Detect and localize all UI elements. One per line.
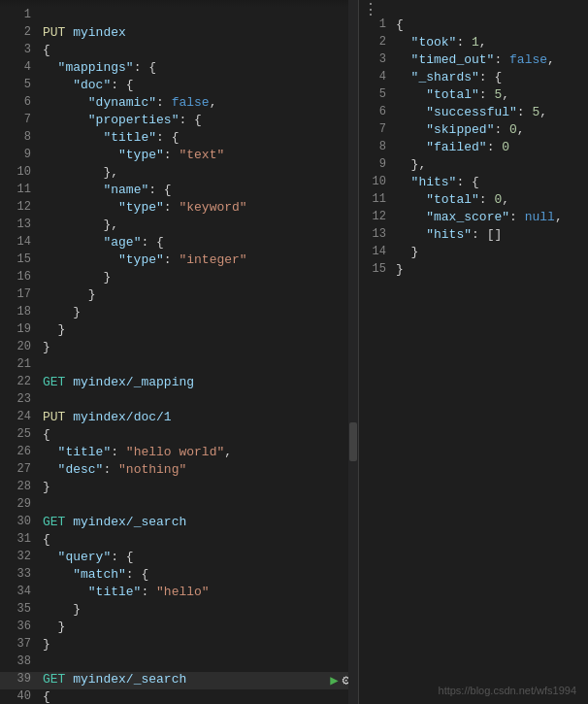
- right-line-content: },: [396, 157, 580, 172]
- right-line-number: 13: [363, 227, 386, 241]
- right-line-content: "took": 1,: [396, 35, 580, 50]
- left-line-20: 20}: [0, 340, 358, 357]
- left-line-10: 10 },: [0, 165, 358, 183]
- right-line-number: 5: [363, 87, 386, 101]
- left-line-24: 24PUT myindex/doc/1: [0, 410, 358, 427]
- line-content: "title": "hello world",: [43, 445, 350, 459]
- right-line-number: 4: [363, 70, 386, 84]
- line-number: 6: [4, 95, 31, 109]
- left-line-32: 32 "query": {: [0, 550, 358, 567]
- line-number: 4: [4, 60, 31, 74]
- line-number: 12: [4, 200, 31, 214]
- left-line-6: 6 "dynamic": false,: [0, 95, 358, 113]
- line-number: 3: [4, 43, 31, 56]
- line-actions[interactable]: ▶⚙: [330, 672, 350, 688]
- right-line-content: "total": 5,: [396, 87, 580, 102]
- line-content: "type": "keyword": [43, 200, 350, 215]
- right-line-content: "max_score": null,: [396, 210, 580, 224]
- left-line-11: 11 "name": {: [0, 183, 358, 200]
- line-number: 38: [4, 654, 31, 668]
- right-line-number: 6: [363, 105, 386, 118]
- line-content: "desc": "nothing": [43, 462, 350, 477]
- left-line-14: 14 "age": {: [0, 235, 358, 252]
- right-line-number: 8: [363, 140, 386, 153]
- right-line-1: 1{: [359, 17, 588, 35]
- left-line-2: 2PUT myindex: [0, 25, 358, 43]
- right-line-4: 4 "_shards": {: [359, 70, 588, 87]
- right-line-9: 9 },: [359, 157, 588, 175]
- line-content: "dynamic": false,: [43, 95, 350, 110]
- right-line-8: 8 "failed": 0: [359, 140, 588, 157]
- line-content: GET myindex/_mapping: [43, 375, 350, 389]
- right-line-content: "skipped": 0,: [396, 122, 580, 137]
- line-number: 10: [4, 165, 31, 179]
- left-scrollbar[interactable]: [348, 0, 358, 704]
- line-number: 18: [4, 305, 31, 318]
- right-line-number: 12: [363, 210, 386, 223]
- left-line-37: 37}: [0, 637, 358, 654]
- line-content: },: [43, 218, 350, 232]
- left-code-area: 12PUT myindex3{4 "mappings": {5 "doc": {…: [0, 8, 358, 704]
- line-number: 23: [4, 392, 31, 406]
- left-line-17: 17 }: [0, 287, 358, 305]
- line-number: 26: [4, 445, 31, 458]
- line-content: GET myindex/_search: [43, 515, 350, 529]
- left-line-13: 13 },: [0, 218, 358, 235]
- left-line-30: 30GET myindex/_search: [0, 515, 358, 532]
- line-number: 35: [4, 602, 31, 616]
- line-content: }: [43, 270, 350, 285]
- left-line-35: 35 }: [0, 602, 358, 620]
- line-number: 5: [4, 78, 31, 91]
- line-content: "type": "text": [43, 148, 350, 162]
- left-line-26: 26 "title": "hello world",: [0, 445, 358, 462]
- line-content: }: [43, 287, 350, 302]
- line-content: "title": "hello": [43, 585, 350, 599]
- line-content: }: [43, 637, 350, 652]
- left-line-23: 23: [0, 392, 358, 410]
- run-button[interactable]: ▶: [330, 672, 338, 688]
- right-line-content: "failed": 0: [396, 140, 580, 154]
- right-line-number: 14: [363, 245, 386, 258]
- vertical-dots: ⋮: [359, 0, 588, 17]
- right-line-content: "timed_out": false,: [396, 52, 580, 67]
- line-content: "doc": {: [43, 78, 350, 92]
- right-panel: ⋮ ⋮1{2 "took": 1,3 "timed_out": false,4 …: [359, 0, 588, 704]
- left-line-19: 19 }: [0, 322, 358, 340]
- line-number: 1: [4, 8, 31, 21]
- scrollbar-thumb[interactable]: [349, 422, 357, 461]
- right-line-6: 6 "successful": 5,: [359, 105, 588, 122]
- left-line-28: 28}: [0, 480, 358, 497]
- line-content: "match": {: [43, 567, 350, 582]
- right-line-15: 15}: [359, 262, 588, 280]
- line-number: 24: [4, 410, 31, 423]
- line-content: "type": "integer": [43, 252, 350, 267]
- left-line-18: 18 }: [0, 305, 358, 322]
- left-line-22: 22GET myindex/_mapping: [0, 375, 358, 392]
- line-content: "properties": {: [43, 113, 350, 127]
- left-line-12: 12 "type": "keyword": [0, 200, 358, 218]
- line-content: PUT myindex: [43, 25, 350, 40]
- left-editor-panel[interactable]: 12PUT myindex3{4 "mappings": {5 "doc": {…: [0, 0, 359, 704]
- line-number: 27: [4, 462, 31, 476]
- line-content: "name": {: [43, 183, 350, 197]
- line-content: PUT myindex/doc/1: [43, 410, 350, 424]
- right-line-number: 3: [363, 52, 386, 66]
- right-line-13: 13 "hits": []: [359, 227, 588, 245]
- right-line-number: 10: [363, 175, 386, 188]
- line-content: "query": {: [43, 550, 350, 564]
- line-content: {: [43, 43, 350, 57]
- line-number: 17: [4, 287, 31, 301]
- left-line-25: 25{: [0, 427, 358, 445]
- left-line-38: 38: [0, 654, 358, 672]
- line-number: 39: [4, 672, 31, 686]
- watermark: https://blog.csdn.net/wfs1994: [439, 685, 576, 696]
- line-number: 37: [4, 637, 31, 651]
- left-line-9: 9 "type": "text": [0, 148, 358, 165]
- line-number: 36: [4, 620, 31, 633]
- line-content: {: [43, 689, 350, 704]
- line-content: }: [43, 322, 350, 337]
- left-line-7: 7 "properties": {: [0, 113, 358, 130]
- line-content: "title": {: [43, 130, 350, 145]
- right-line-content: "hits": []: [396, 227, 580, 242]
- line-content: }: [43, 480, 350, 494]
